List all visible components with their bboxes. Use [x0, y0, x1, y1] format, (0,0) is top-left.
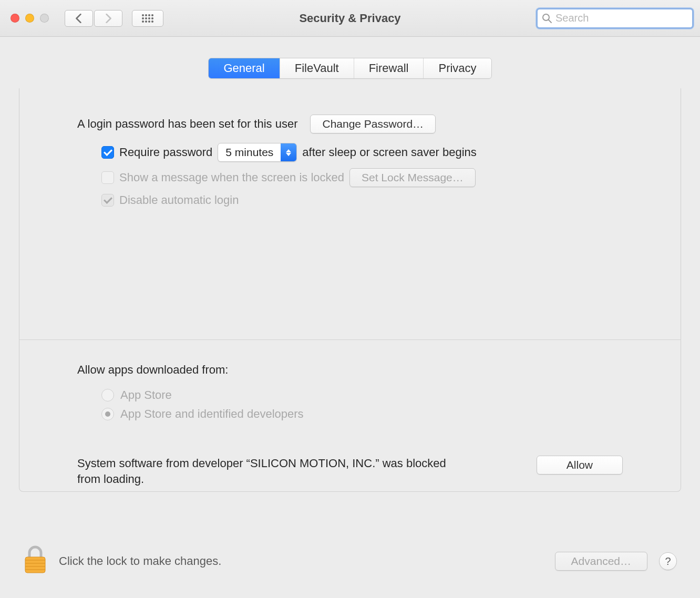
change-password-button[interactable]: Change Password… — [310, 115, 436, 133]
title-bar: Security & Privacy — [0, 0, 700, 37]
window-title: Security & Privacy — [299, 12, 400, 25]
footer: Click the lock to make changes. Advanced… — [0, 530, 700, 598]
login-password-label: A login password has been set for this u… — [77, 117, 297, 131]
svg-point-6 — [148, 17, 150, 19]
allow-blocked-button[interactable]: Allow — [537, 456, 623, 475]
disable-auto-login-checkbox — [101, 194, 114, 207]
lock-hint-text: Click the lock to make changes. — [59, 554, 221, 568]
divider — [19, 339, 681, 340]
svg-point-10 — [148, 20, 150, 23]
require-password-row: Require password 5 minutes after sleep o… — [77, 143, 623, 162]
chevron-updown-icon — [281, 143, 296, 161]
window-controls — [11, 14, 49, 23]
svg-point-9 — [145, 20, 147, 23]
blocked-software-row: System software from developer “SILICON … — [77, 456, 623, 487]
svg-point-12 — [543, 14, 549, 20]
search-input[interactable] — [555, 12, 688, 24]
svg-line-13 — [549, 20, 551, 23]
blocked-software-text: System software from developer “SILICON … — [77, 456, 466, 487]
show-lock-message-row: Show a message when the screen is locked… — [77, 168, 623, 187]
close-window-button[interactable] — [11, 14, 19, 23]
svg-rect-14 — [25, 557, 45, 573]
allow-apps-appstore-radio — [101, 389, 114, 401]
svg-point-1 — [145, 14, 147, 16]
require-password-label-after: after sleep or screen saver begins — [302, 146, 476, 159]
svg-point-5 — [145, 17, 147, 19]
content-panel: A login password has been set for this u… — [19, 88, 681, 492]
svg-point-8 — [142, 20, 144, 23]
disable-auto-login-row: Disable automatic login — [77, 193, 623, 207]
allow-apps-identified-radio — [101, 408, 114, 420]
tabs-row: General FileVault Firewall Privacy — [0, 58, 700, 79]
svg-point-2 — [148, 14, 150, 16]
help-button[interactable]: ? — [659, 552, 677, 570]
require-password-checkbox[interactable] — [101, 146, 114, 159]
back-button[interactable] — [65, 10, 93, 27]
search-field-wrap[interactable] — [536, 8, 694, 29]
tab-general[interactable]: General — [209, 58, 280, 78]
allow-apps-appstore-row: App Store — [77, 388, 623, 402]
allow-apps-identified-label: App Store and identified developers — [120, 407, 304, 421]
tab-filevault[interactable]: FileVault — [280, 58, 354, 78]
minimize-window-button[interactable] — [25, 14, 34, 23]
allow-apps-appstore-label: App Store — [120, 388, 172, 402]
svg-point-3 — [151, 14, 153, 16]
require-password-delay-select[interactable]: 5 minutes — [218, 143, 297, 162]
require-password-label-before: Require password — [119, 146, 212, 159]
nav-buttons — [65, 10, 122, 27]
zoom-window-button — [40, 14, 49, 23]
svg-point-11 — [151, 20, 153, 23]
forward-button[interactable] — [94, 10, 122, 27]
svg-point-0 — [142, 14, 144, 16]
svg-point-4 — [142, 17, 144, 19]
advanced-button: Advanced… — [555, 552, 647, 571]
tab-privacy[interactable]: Privacy — [424, 58, 491, 78]
allow-apps-identified-row: App Store and identified developers — [77, 407, 623, 421]
search-icon — [542, 13, 552, 24]
login-password-row: A login password has been set for this u… — [77, 115, 623, 133]
tabs: General FileVault Firewall Privacy — [208, 58, 491, 79]
svg-point-7 — [151, 17, 153, 19]
show-lock-message-label: Show a message when the screen is locked — [119, 171, 344, 184]
set-lock-message-button: Set Lock Message… — [349, 168, 476, 187]
show-lock-message-checkbox — [101, 171, 114, 184]
tab-firewall[interactable]: Firewall — [354, 58, 424, 78]
lock-icon[interactable] — [23, 545, 47, 577]
disable-auto-login-label: Disable automatic login — [119, 193, 239, 207]
show-all-button[interactable] — [132, 10, 163, 27]
require-password-delay-value: 5 minutes — [218, 146, 281, 159]
allow-apps-header: Allow apps downloaded from: — [77, 363, 623, 377]
